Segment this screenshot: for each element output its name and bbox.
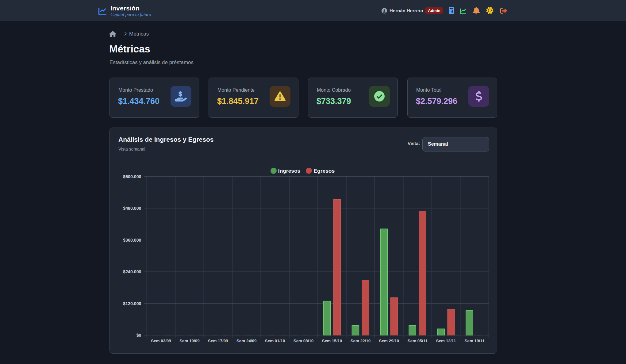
svg-text:Sem 10/09: Sem 10/09 — [179, 339, 200, 343]
svg-text:$360.000: $360.000 — [123, 238, 141, 243]
svg-text:Ingresos: Ingresos — [278, 168, 300, 174]
svg-text:Sem 17/09: Sem 17/09 — [208, 339, 228, 343]
svg-text:Sem 15/10: Sem 15/10 — [322, 339, 342, 343]
svg-text:Sem 29/10: Sem 29/10 — [379, 339, 399, 343]
svg-text:Sem 22/10: Sem 22/10 — [351, 339, 371, 343]
svg-text:Sem 24/09: Sem 24/09 — [236, 339, 257, 343]
svg-text:$0: $0 — [136, 333, 141, 338]
svg-text:Sem 19/11: Sem 19/11 — [465, 339, 485, 343]
svg-text:Sem 12/11: Sem 12/11 — [436, 339, 456, 343]
svg-text:Sem 08/10: Sem 08/10 — [294, 339, 314, 343]
svg-text:$120.000: $120.000 — [123, 301, 141, 306]
svg-text:Sem 03/09: Sem 03/09 — [151, 339, 171, 343]
svg-text:$240.000: $240.000 — [123, 269, 141, 274]
svg-text:Sem 01/10: Sem 01/10 — [265, 339, 285, 343]
svg-text:$600.000: $600.000 — [123, 174, 141, 179]
svg-text:Egresos: Egresos — [314, 168, 335, 174]
svg-text:$: $ — [179, 90, 182, 97]
svg-text:Sem 05/11: Sem 05/11 — [408, 339, 428, 343]
svg-text:$480.000: $480.000 — [123, 206, 141, 211]
